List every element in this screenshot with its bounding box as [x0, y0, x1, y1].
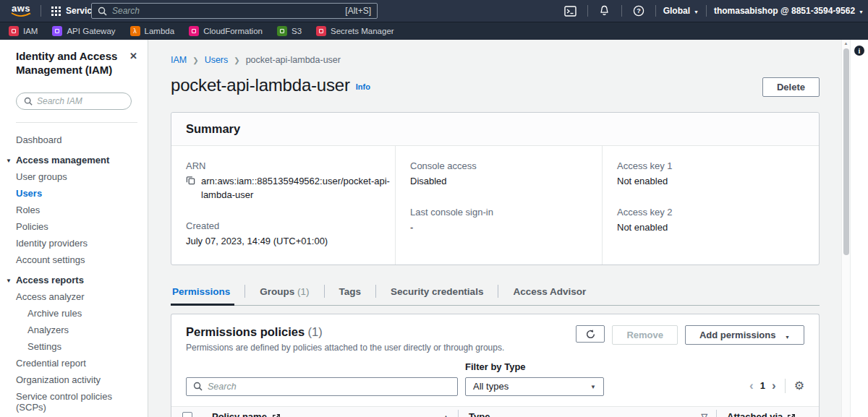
sidebar-item-user-groups[interactable]: User groups: [0, 168, 148, 185]
help-button[interactable]: ?: [629, 5, 648, 17]
summary-field: CreatedJuly 07, 2023, 14:49 (UTC+01:00): [186, 220, 380, 249]
info-icon[interactable]: i: [854, 46, 864, 56]
summary-column: Console accessDisabledLast console sign-…: [395, 146, 602, 265]
divider: [41, 5, 41, 17]
sidebar-item-policies[interactable]: Policies: [0, 218, 148, 235]
service-icon: [316, 26, 326, 36]
sidebar-item-organization-activity[interactable]: Organization activity: [0, 371, 148, 388]
divider: [587, 5, 588, 17]
favorites-item[interactable]: IAM: [9, 26, 38, 36]
policy-search-box[interactable]: [186, 377, 458, 396]
tab-tags[interactable]: Tags: [325, 280, 376, 305]
summary-field-value: Not enabled: [617, 221, 804, 235]
summary-field: Access key 2Not enabled: [617, 207, 804, 235]
sort-ascending-icon[interactable]: ▲: [443, 413, 449, 417]
favorites-item[interactable]: λLambda: [130, 26, 175, 36]
cloudshell-button[interactable]: [561, 6, 580, 17]
permissions-count: (1): [308, 325, 323, 338]
scrollbar-track[interactable]: ▲: [841, 40, 850, 417]
permissions-title: Permissions policies: [186, 325, 305, 338]
question-circle-icon: ?: [633, 5, 644, 17]
tab-groups[interactable]: Groups (1): [245, 280, 323, 305]
sidebar-item-account-settings[interactable]: Account settings: [0, 252, 148, 268]
info-link[interactable]: Info: [356, 82, 370, 91]
favorites-item[interactable]: S3: [277, 26, 302, 36]
search-placeholder: Search: [112, 6, 340, 16]
tab-permissions[interactable]: Permissions: [171, 280, 244, 305]
delete-button[interactable]: Delete: [762, 77, 820, 97]
favorites-item-label: Secrets Manager: [331, 27, 394, 35]
breadcrumb: IAM❯Users❯pocket-api-lambda-user: [171, 55, 820, 65]
chevron-down-icon: ▼: [859, 9, 864, 14]
sidebar-item-dashboard[interactable]: Dashboard: [0, 132, 148, 148]
previous-page-button[interactable]: ‹: [749, 381, 754, 391]
refresh-button[interactable]: [576, 325, 605, 343]
region-label: Global: [663, 6, 690, 16]
service-icon: [277, 26, 287, 36]
permissions-description: Permissions are defined by policies atta…: [186, 343, 504, 353]
favorites-item[interactable]: API Gateway: [52, 26, 115, 36]
tab-security-credentials[interactable]: Security credentials: [376, 280, 498, 305]
divider: [16, 122, 137, 123]
sidebar-item-archive-rules[interactable]: Archive rules: [0, 305, 148, 322]
type-filter-select[interactable]: All types ▼: [465, 377, 604, 396]
help-panel-strip: i: [850, 40, 868, 417]
policy-search-input[interactable]: [208, 382, 451, 392]
sidebar-item-roles[interactable]: Roles: [0, 202, 148, 218]
remove-button[interactable]: Remove: [612, 325, 678, 345]
sidebar-item-users[interactable]: Users: [0, 185, 148, 202]
sidebar-search-input[interactable]: [37, 96, 120, 106]
add-permissions-button[interactable]: Add permissions ▼: [685, 325, 804, 345]
region-selector[interactable]: Global ▼: [663, 6, 699, 16]
sidebar-section-label: Access management: [16, 155, 109, 165]
aws-logo-text: aws: [12, 4, 30, 12]
service-glyph: [280, 29, 284, 33]
sidebar-section-toggle[interactable]: ▼Access management: [0, 148, 148, 168]
add-permissions-label: Add permissions: [699, 330, 775, 340]
chevron-down-icon: ▼: [785, 335, 790, 340]
sidebar-item-analyzers[interactable]: Analyzers: [0, 322, 148, 338]
favorites-item[interactable]: Secrets Manager: [316, 26, 394, 36]
sidebar-section-label: Access reports: [16, 275, 84, 285]
sidebar-search[interactable]: [16, 93, 132, 110]
type-filter-value: All types: [473, 381, 509, 392]
service-icon: [189, 26, 199, 36]
aws-logo[interactable]: aws: [9, 4, 33, 17]
copy-icon[interactable]: [186, 176, 195, 185]
sidebar-section-toggle[interactable]: ▼Access reports: [0, 268, 148, 288]
breadcrumb-item[interactable]: IAM: [171, 55, 187, 65]
policy-name-header: Policy name: [212, 411, 267, 417]
favorites-item-label: CloudFormation: [203, 27, 263, 35]
sidebar-item-settings[interactable]: Settings: [0, 338, 148, 355]
external-link-icon: [787, 413, 796, 417]
main-content: IAM❯Users❯pocket-api-lambda-user pocket-…: [148, 40, 850, 417]
sidebar-item-identity-providers[interactable]: Identity providers: [0, 235, 148, 252]
global-search-box[interactable]: Search [Alt+S]: [91, 3, 378, 19]
close-icon[interactable]: ✕: [129, 51, 137, 77]
notifications-button[interactable]: [595, 5, 614, 17]
column-filter-icon[interactable]: ▽: [702, 412, 707, 417]
tab-access-advisor[interactable]: Access Advisor: [498, 280, 600, 305]
sidebar-item-credential-report[interactable]: Credential report: [0, 355, 148, 371]
summary-field: Last console sign-in-: [410, 207, 587, 235]
summary-field-label: Access key 2: [617, 207, 804, 218]
breadcrumb-item[interactable]: Users: [205, 55, 229, 65]
search-shortcut: [Alt+S]: [345, 6, 371, 16]
grid-icon: [51, 7, 61, 16]
favorites-item[interactable]: CloudFormation: [189, 26, 263, 36]
scrollbar-up-arrow[interactable]: ▲: [842, 41, 850, 46]
top-navigation-bar: aws Services Search [Alt+S]: [0, 0, 868, 22]
sidebar-item-service-control-policies-scps-[interactable]: Service control policies (SCPs): [0, 388, 148, 416]
scrollbar-thumb[interactable]: [843, 48, 849, 255]
divider: [706, 5, 707, 17]
sidebar-item-access-analyzer[interactable]: Access analyzer: [0, 288, 148, 305]
summary-field-value: July 07, 2023, 14:49 (UTC+01:00): [186, 235, 380, 249]
iam-sidebar: Identity and Access Management (IAM) ✕ D…: [0, 40, 148, 417]
select-all-checkbox[interactable]: [182, 412, 192, 417]
refresh-icon: [585, 329, 596, 340]
next-page-button[interactable]: ›: [772, 381, 776, 391]
summary-card: Summary ARNarn:aws:iam::885135949562:use…: [171, 112, 820, 265]
summary-field-label: ARN: [186, 160, 380, 171]
table-settings-gear-icon[interactable]: ⚙: [794, 380, 804, 392]
account-menu[interactable]: thomasabishop @ 8851-3594-9562 ▼: [714, 6, 864, 16]
